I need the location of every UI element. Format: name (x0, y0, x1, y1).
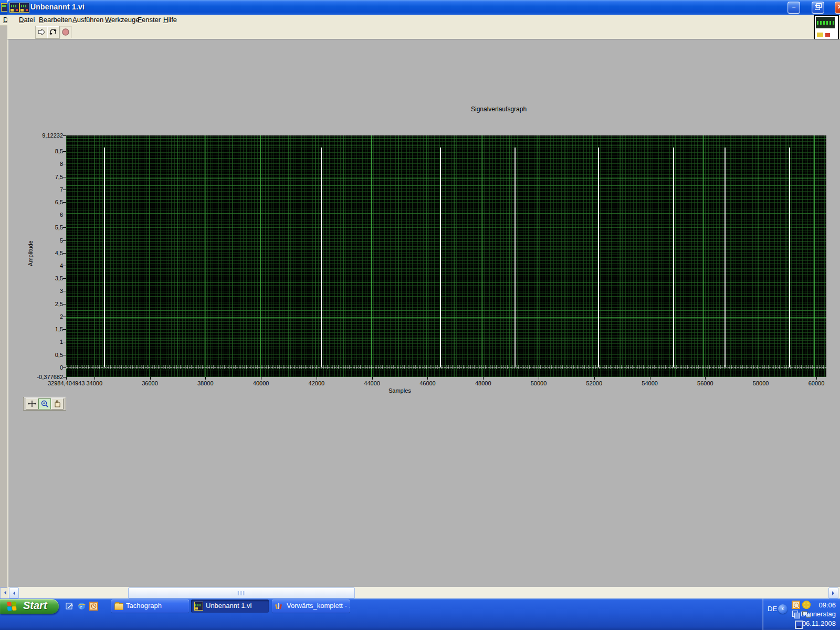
pan-tool-button[interactable] (51, 398, 64, 410)
minimize-button[interactable]: – (788, 2, 800, 14)
y-tick-label: 7,5 (21, 174, 63, 180)
cursor-tool-button[interactable] (26, 398, 38, 410)
x-tick-mark (539, 377, 539, 380)
desktop: D Unbenannt 1.vi – ✕ DateiBearbeitenAusf… (0, 0, 840, 630)
gear-tray-icon[interactable] (802, 601, 811, 609)
magnifier-icon (40, 400, 49, 408)
internet-explorer-icon[interactable]: e (77, 602, 86, 611)
run-continuous-button[interactable] (47, 26, 59, 38)
titlebar[interactable]: Unbenannt 1.vi – ✕ (7, 0, 840, 15)
folder-icon (114, 602, 123, 610)
y-tick-label: 0,5 (21, 352, 63, 358)
abort-icon (61, 28, 70, 36)
y-tick-label: 8,5 (21, 148, 63, 154)
task-button-vorwaerts-komplett[interactable]: Vorwärts_komplett - ... (272, 600, 350, 613)
scroll-grip (237, 591, 246, 595)
y-tick-label: 1 (21, 339, 63, 345)
y-tick-label: 6 (21, 212, 63, 218)
language-indicator[interactable]: DE (768, 605, 777, 613)
x-tick-mark (94, 377, 95, 380)
background-window-scroll-left-button[interactable] (0, 587, 8, 599)
x-tick-label: 58000 (732, 380, 790, 386)
menu-item-werkzeuge[interactable]: Werkzeuge (105, 16, 140, 24)
system-tray: DE ‹ 09:06 Donnerstag 06.11.2008 (762, 598, 840, 630)
x-tick-mark (205, 377, 206, 380)
start-label: Start (23, 600, 47, 612)
scroll-right-button[interactable] (828, 587, 838, 598)
task-button-unbenannt-1vi[interactable]: Unbenannt 1.vi (191, 600, 269, 613)
hand-icon (52, 400, 62, 408)
menu-item-hilfe[interactable]: Hilfe (163, 16, 177, 24)
x-tick-label: 40000 (232, 380, 290, 386)
clock-app-icon[interactable] (89, 602, 98, 611)
x-tick-mark (816, 377, 817, 380)
front-panel: Signalverlaufsgraph Amplitude 9,122328,5… (8, 39, 840, 587)
signal-spike (789, 148, 790, 368)
y-tick-label: 4 (21, 262, 63, 269)
run-arrow-icon (37, 28, 46, 36)
x-tick-label: 38000 (176, 380, 234, 386)
x-tick-label: 42000 (288, 380, 345, 386)
scroll-left-icon (11, 591, 15, 595)
y-tick-label: 1,5 (21, 326, 63, 332)
task-button-tachograph[interactable]: Tachograph (111, 600, 189, 613)
signal-baseline (66, 367, 826, 368)
y-tick-label: 5,5 (21, 224, 63, 230)
run-button[interactable] (36, 26, 48, 38)
menu-item-fenster[interactable]: Fenster (138, 16, 161, 24)
tray-day: Donnerstag (801, 610, 836, 618)
labview-vi-icon (194, 602, 203, 610)
menu-item-datei[interactable]: Datei (19, 16, 35, 24)
x-tick-mark (594, 377, 595, 380)
x-tick-label: 56000 (676, 380, 734, 386)
x-tick-label: 34000 (66, 380, 123, 386)
background-window-titlebar[interactable] (0, 0, 7, 15)
graph-label: Signalverlaufsgraph (471, 106, 527, 113)
x-tick-mark (427, 377, 428, 380)
x-tick-mark (761, 377, 761, 380)
horizontal-scrollbar[interactable] (8, 587, 840, 598)
tray-time: 09:06 (818, 601, 836, 609)
task-label: Tachograph (126, 602, 162, 610)
tray-collapse-chevron-icon[interactable]: ‹ (778, 604, 788, 614)
signal-spike (321, 148, 322, 368)
x-axis-title: Samples (388, 387, 411, 394)
scroll-left-button[interactable] (9, 587, 19, 598)
horizontal-scroll-thumb[interactable] (128, 587, 355, 598)
x-tick-mark (261, 377, 261, 380)
menu-item-ausfhren[interactable]: Ausführen (72, 16, 103, 24)
toolbar (7, 25, 840, 39)
y-tick-label: 0 (21, 364, 63, 371)
labview-vi-icon (19, 3, 29, 13)
signal-spike (673, 148, 674, 368)
y-tick-label: -0,377682 (21, 374, 63, 380)
layers-tray-icon[interactable] (792, 610, 800, 618)
task-label: Unbenannt 1.vi (206, 602, 251, 610)
close-button[interactable]: ✕ (835, 2, 840, 14)
clock-tray-icon[interactable] (792, 601, 800, 609)
abort-button[interactable] (60, 26, 72, 38)
signal-spike (514, 148, 516, 368)
window-title: Unbenannt 1.vi (30, 3, 85, 11)
x-tick-mark (650, 377, 650, 380)
menu-item-bearbeiten[interactable]: Bearbeiten (39, 16, 72, 24)
vi-icon-box[interactable] (814, 15, 839, 40)
x-tick-label: 50000 (510, 380, 568, 386)
graph-palette (23, 397, 66, 411)
crosshair-icon (27, 400, 37, 408)
start-button[interactable]: Start (0, 599, 59, 614)
y-tick-label: 6,5 (21, 199, 63, 205)
restore-button[interactable] (812, 2, 824, 14)
app-icon (275, 602, 284, 610)
x-tick-label: 60000 (788, 380, 840, 386)
zoom-tool-button[interactable] (38, 398, 51, 410)
background-window-menubar[interactable]: D (0, 15, 7, 26)
show-desktop-icon[interactable] (65, 602, 74, 611)
x-tick-mark (317, 377, 317, 380)
waveform-graph-plot[interactable] (66, 135, 826, 377)
x-tick-mark (66, 377, 67, 380)
signal-spike (724, 148, 726, 368)
signal-spike (598, 148, 599, 368)
x-tick-label: 48000 (454, 380, 512, 386)
labview-front-panel-window: Unbenannt 1.vi – ✕ DateiBearbeitenAusfüh… (7, 0, 840, 598)
